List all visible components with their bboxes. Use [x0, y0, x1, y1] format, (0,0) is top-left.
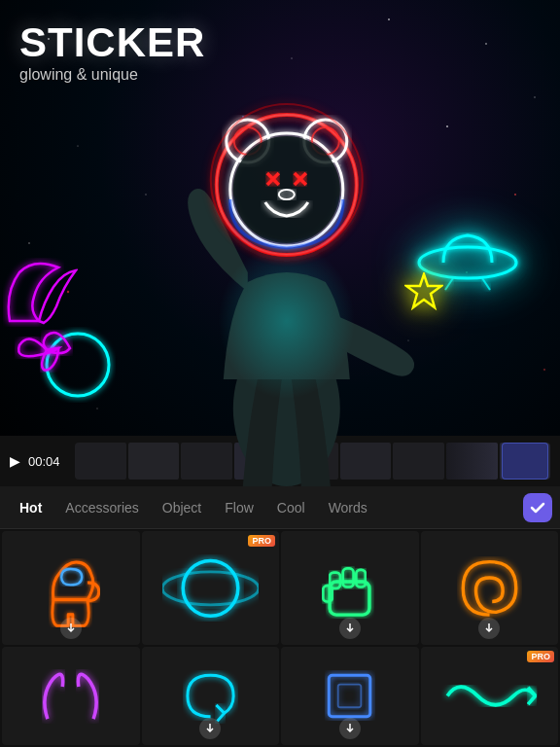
download-badge[interactable]	[339, 718, 361, 739]
tab-object[interactable]: Object	[151, 492, 213, 523]
download-badge[interactable]	[478, 618, 500, 639]
download-badge[interactable]	[199, 718, 221, 739]
svg-point-10	[28, 242, 30, 244]
horns-sticker	[22, 661, 119, 730]
film-frame	[446, 443, 498, 480]
download-icon	[65, 622, 77, 634]
tab-cool[interactable]: Cool	[265, 492, 317, 523]
svg-rect-58	[338, 685, 362, 708]
sticker-item-5[interactable]	[2, 647, 140, 745]
download-icon	[344, 622, 356, 634]
svg-point-17	[543, 369, 545, 371]
pro-badge: PRO	[248, 535, 275, 547]
svg-point-11	[514, 194, 516, 196]
app-title: STICKER	[19, 19, 205, 66]
sticker-grid: PRO	[0, 529, 560, 747]
sticker-item-7[interactable]	[281, 647, 419, 745]
planet-sticker	[162, 549, 259, 628]
svg-point-5	[485, 43, 487, 45]
svg-point-21	[219, 243, 355, 399]
download-icon	[344, 723, 356, 734]
svg-point-7	[77, 145, 78, 146]
app-subtitle: glowing & unique	[19, 66, 205, 84]
svg-point-47	[183, 560, 238, 616]
film-highlight	[502, 443, 548, 480]
svg-point-4	[388, 18, 390, 20]
svg-point-45	[47, 334, 109, 396]
sticker-item-3[interactable]	[281, 531, 419, 645]
sticker-item-8[interactable]: PRO	[421, 647, 559, 745]
wing-sticker	[0, 253, 78, 331]
tab-flow[interactable]: Flow	[213, 492, 265, 523]
download-icon	[483, 622, 495, 634]
confirm-button[interactable]	[523, 493, 552, 522]
svg-line-43	[482, 278, 490, 290]
svg-rect-57	[329, 675, 370, 717]
person-figure	[122, 39, 452, 486]
svg-point-6	[534, 96, 536, 98]
tab-hot[interactable]: Hot	[8, 492, 53, 523]
sticker-item-2[interactable]: PRO	[142, 531, 280, 645]
download-badge[interactable]	[339, 618, 361, 639]
download-icon	[204, 723, 216, 734]
title-area: STICKER glowing & unique	[19, 19, 205, 84]
download-badge[interactable]	[60, 618, 82, 639]
svg-rect-51	[343, 568, 354, 587]
star-sticker	[404, 272, 443, 311]
hero-section: STICKER glowing & unique	[0, 0, 560, 486]
film-frame	[75, 443, 126, 480]
svg-line-41	[445, 278, 453, 290]
sticker-item-1[interactable]	[2, 531, 140, 645]
svg-point-48	[162, 571, 259, 604]
svg-marker-44	[406, 274, 441, 307]
play-button[interactable]: ▶	[10, 453, 20, 469]
check-icon	[530, 500, 545, 516]
among-us-sticker	[22, 549, 119, 628]
svg-rect-52	[357, 569, 367, 587]
time-display: 00:04	[28, 454, 67, 469]
pro-badge: PRO	[527, 651, 554, 662]
tab-accessories[interactable]: Accessories	[53, 492, 150, 523]
sticker-item-4[interactable]	[421, 531, 559, 645]
swirl-sticker	[441, 549, 538, 628]
tab-words[interactable]: Words	[317, 492, 379, 523]
fist-sticker	[301, 549, 398, 628]
sticker-item-6[interactable]	[142, 647, 280, 745]
snake-sticker	[441, 661, 538, 730]
category-tabs: Hot Accessories Object Flow Cool Words	[0, 486, 560, 529]
